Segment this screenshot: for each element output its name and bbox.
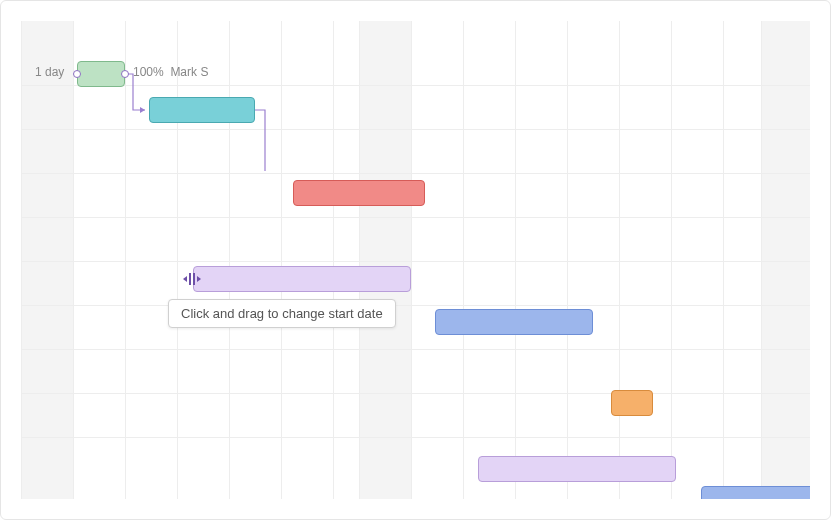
task-duration-label: 1 day	[35, 65, 64, 79]
task-bar[interactable]	[293, 180, 425, 206]
task-bar[interactable]	[77, 61, 125, 87]
grid	[21, 21, 810, 499]
task-bar[interactable]	[435, 309, 593, 335]
tooltip-text: Click and drag to change start date	[181, 306, 383, 321]
tooltip: Click and drag to change start date	[168, 299, 396, 328]
resize-handle-right[interactable]	[121, 70, 129, 78]
gantt-chart[interactable]: 1 day 100% Mark S Click and drag to chan…	[21, 21, 810, 499]
task-progress-label: 100% Mark S	[133, 65, 208, 79]
task-bar[interactable]	[193, 266, 411, 292]
grid-shaded-col	[21, 21, 73, 499]
resize-handle-left[interactable]	[73, 70, 81, 78]
task-bar[interactable]	[149, 97, 255, 123]
task-bar[interactable]	[478, 456, 676, 482]
resize-start-handle-icon[interactable]	[184, 271, 200, 287]
grid-shaded-col	[359, 21, 411, 499]
grid-shaded-col	[761, 21, 810, 499]
task-bar[interactable]	[701, 486, 810, 499]
gantt-frame: 1 day 100% Mark S Click and drag to chan…	[0, 0, 831, 520]
task-bar[interactable]	[611, 390, 653, 416]
